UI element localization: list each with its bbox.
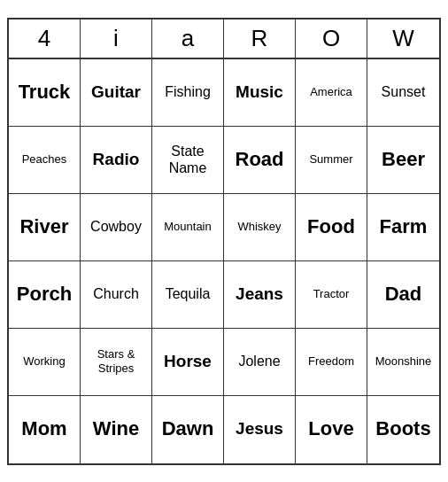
cell-label: Dad [385, 283, 422, 306]
cell-label: Cowboy [90, 218, 142, 235]
bingo-cell[interactable]: Freedom [296, 329, 367, 396]
cell-label: Road [236, 148, 284, 171]
bingo-cell[interactable]: Cowboy [81, 194, 152, 261]
cell-label: Horse [164, 352, 212, 372]
bingo-cell[interactable]: Tractor [296, 261, 367, 329]
cell-label: Tractor [313, 287, 350, 301]
bingo-cell[interactable]: Horse [152, 329, 224, 396]
bingo-cell[interactable]: Love [296, 396, 367, 463]
bingo-cell[interactable]: Jesus [224, 396, 296, 463]
bingo-cell[interactable]: Music [224, 59, 296, 127]
bingo-cell[interactable]: Whiskey [224, 194, 296, 261]
bingo-cell[interactable]: Fishing [152, 59, 224, 127]
cell-label: Freedom [308, 354, 354, 369]
bingo-cell[interactable]: Road [224, 127, 296, 194]
cell-label: River [19, 215, 68, 238]
bingo-cell[interactable]: Stars & Stripes [81, 329, 152, 396]
header-col-5: W [367, 19, 439, 58]
header-col-2: a [152, 19, 224, 58]
cell-label: Jesus [236, 419, 283, 439]
cell-label: Porch [17, 283, 72, 306]
bingo-cell[interactable]: Mountain [152, 194, 224, 261]
cell-label: Sunset [382, 83, 426, 100]
bingo-cell[interactable]: Mom [9, 396, 81, 463]
cell-label: Church [93, 285, 139, 302]
cell-label: Guitar [91, 82, 141, 103]
cell-label: Working [23, 354, 65, 369]
bingo-cell[interactable]: Guitar [81, 59, 152, 127]
bingo-cell[interactable]: Farm [367, 194, 439, 261]
cell-label: State Name [156, 143, 220, 176]
cell-label: Dawn [162, 417, 214, 440]
cell-label: Farm [380, 215, 428, 238]
bingo-cell[interactable]: Sunset [367, 59, 439, 127]
bingo-cell[interactable]: Moonshine [367, 329, 439, 396]
bingo-cell[interactable]: Working [9, 329, 81, 396]
bingo-header: 4iaROW [9, 19, 439, 59]
cell-label: Beer [382, 148, 425, 171]
bingo-grid: TruckGuitarFishingMusicAmericaSunsetPeac… [9, 59, 439, 463]
bingo-cell[interactable]: Tequila [152, 261, 224, 329]
cell-label: Jolene [238, 353, 280, 369]
cell-label: Mom [21, 417, 66, 440]
cell-label: Love [308, 417, 353, 440]
bingo-cell[interactable]: America [296, 59, 367, 127]
cell-label: Summer [309, 152, 352, 167]
bingo-cell[interactable]: Porch [9, 261, 81, 329]
bingo-cell[interactable]: State Name [152, 127, 224, 194]
bingo-cell[interactable]: Food [296, 194, 367, 261]
cell-label: Jeans [236, 284, 283, 305]
bingo-cell[interactable]: Jolene [224, 329, 296, 396]
header-col-1: i [81, 19, 152, 58]
bingo-cell[interactable]: Summer [296, 127, 367, 194]
cell-label: Mountain [164, 220, 211, 234]
bingo-cell[interactable]: River [9, 194, 81, 261]
cell-label: America [310, 85, 352, 99]
cell-label: Tequila [166, 285, 211, 302]
bingo-cell[interactable]: Wine [81, 396, 152, 463]
bingo-cell[interactable]: Truck [9, 59, 81, 127]
bingo-card: 4iaROW TruckGuitarFishingMusicAmericaSun… [7, 18, 441, 465]
cell-label: Boots [375, 417, 430, 440]
bingo-cell[interactable]: Jeans [224, 261, 296, 329]
header-col-0: 4 [9, 19, 81, 58]
bingo-cell[interactable]: Beer [367, 127, 439, 194]
cell-label: Stars & Stripes [84, 347, 148, 375]
cell-label: Fishing [165, 83, 211, 100]
bingo-cell[interactable]: Radio [81, 127, 152, 194]
cell-label: Wine [93, 417, 139, 440]
cell-label: Music [236, 82, 283, 103]
cell-label: Truck [19, 81, 71, 104]
cell-label: Food [307, 215, 355, 238]
header-col-4: O [296, 19, 367, 58]
cell-label: Moonshine [375, 354, 432, 369]
bingo-cell[interactable]: Church [81, 261, 152, 329]
bingo-cell[interactable]: Dad [367, 261, 439, 329]
cell-label: Radio [93, 150, 140, 170]
bingo-cell[interactable]: Boots [367, 396, 439, 463]
bingo-cell[interactable]: Dawn [152, 396, 224, 463]
cell-label: Peaches [22, 152, 67, 167]
header-col-3: R [224, 19, 296, 58]
cell-label: Whiskey [237, 220, 281, 234]
bingo-cell[interactable]: Peaches [9, 127, 81, 194]
